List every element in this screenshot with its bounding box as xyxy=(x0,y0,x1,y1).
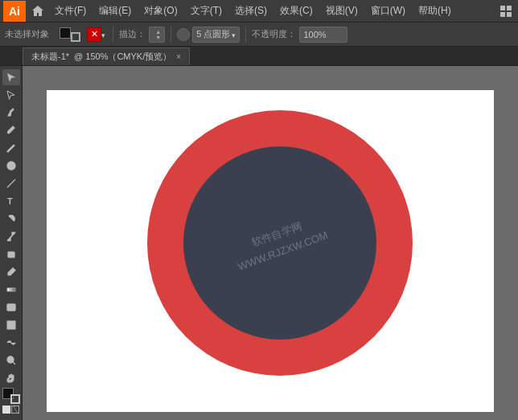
brush-size-icon xyxy=(177,28,190,41)
menu-file[interactable]: 文件(F) xyxy=(48,2,92,19)
opacity-input[interactable]: 100% xyxy=(299,27,347,43)
tool-brush[interactable] xyxy=(2,122,20,138)
menu-effect[interactable]: 效果(C) xyxy=(273,2,319,19)
points-chevron[interactable] xyxy=(232,30,236,39)
tool-hand[interactable] xyxy=(2,370,20,386)
opacity-label: 不透明度： xyxy=(252,28,296,40)
color-stroke-group[interactable] xyxy=(58,27,82,43)
workspace-icon[interactable] xyxy=(497,2,515,20)
menu-select[interactable]: 选择(S) xyxy=(228,2,273,19)
color-swatches[interactable] xyxy=(2,388,20,404)
toolbar: T xyxy=(0,66,23,420)
svg-line-6 xyxy=(7,179,15,187)
color-mode-btns: ╲ xyxy=(2,406,19,414)
tool-gradient[interactable] xyxy=(2,282,20,298)
tool-eyedropper[interactable] xyxy=(2,264,20,280)
tool-type[interactable]: T xyxy=(2,193,20,209)
menu-object[interactable]: 对象(O) xyxy=(138,2,183,19)
tab-close-button[interactable]: × xyxy=(176,52,181,61)
points-label: 5 点圆形 xyxy=(196,28,230,40)
tool-zoom[interactable] xyxy=(2,352,20,369)
tool-pencil[interactable] xyxy=(2,140,20,156)
svg-point-5 xyxy=(7,162,15,170)
tool-ellipse[interactable] xyxy=(2,158,20,174)
opacity-value: 100% xyxy=(303,30,326,39)
menu-bar: Ai 文件(F) 编辑(E) 对象(O) 文字(T) 选择(S) 效果(C) 视… xyxy=(0,0,518,23)
menu-view[interactable]: 视图(V) xyxy=(319,2,364,19)
stroke-indicator[interactable]: ✕ xyxy=(87,27,105,42)
svg-rect-14 xyxy=(7,304,15,311)
tool-scale[interactable] xyxy=(2,229,20,245)
svg-line-19 xyxy=(13,362,15,364)
svg-rect-13 xyxy=(7,288,15,291)
points-dropdown[interactable]: 5 点圆形 xyxy=(192,27,240,43)
tab-info: @ 150%（CMYK/预览） xyxy=(74,51,171,63)
tool-pen[interactable] xyxy=(2,105,20,121)
stroke-spinner[interactable]: ▲▼ xyxy=(154,29,161,40)
selection-label: 未选择对象 xyxy=(5,28,49,40)
menu-right xyxy=(494,2,515,20)
tool-colors: ╲ xyxy=(2,388,20,417)
stroke-dropdown[interactable]: ▲▼ xyxy=(149,27,165,43)
menu-window[interactable]: 窗口(W) xyxy=(364,2,412,19)
tool-rectangle[interactable] xyxy=(2,299,20,315)
stroke-none-icon: ✕ xyxy=(87,27,101,42)
svg-text:T: T xyxy=(7,196,13,206)
stroke-swatch[interactable] xyxy=(71,32,80,42)
stroke-dropdown-chevron[interactable] xyxy=(101,29,105,40)
separator-2 xyxy=(171,27,171,43)
tool-direct-select[interactable] xyxy=(2,87,20,103)
fill-swatch[interactable] xyxy=(60,27,71,39)
no-fill-btn[interactable]: ╲ xyxy=(11,406,19,414)
stroke-color[interactable] xyxy=(10,394,20,404)
separator-3 xyxy=(245,27,246,43)
white-fill-btn[interactable] xyxy=(2,406,10,414)
menu-type[interactable]: 文字(T) xyxy=(184,2,228,19)
home-icon[interactable] xyxy=(29,2,47,20)
tool-mesh[interactable] xyxy=(2,317,20,333)
artwork-container xyxy=(147,110,413,376)
main-area: T xyxy=(0,66,518,420)
inner-circle[interactable] xyxy=(183,146,376,340)
tab-bar: 未标题-1* @ 150%（CMYK/预览） × xyxy=(0,47,518,66)
svg-rect-2 xyxy=(500,12,505,17)
svg-rect-3 xyxy=(507,12,512,17)
ai-logo: Ai xyxy=(3,1,26,22)
document-tab[interactable]: 未标题-1* @ 150%（CMYK/预览） × xyxy=(23,47,190,65)
canvas-area[interactable]: 软件自学网 WWW.RJZXW.COM xyxy=(23,66,518,420)
separator-1 xyxy=(113,27,113,43)
tool-rotate[interactable] xyxy=(2,211,20,227)
tab-title: 未标题-1* xyxy=(31,51,69,63)
menu-edit[interactable]: 编辑(E) xyxy=(92,2,138,19)
control-bar: 未选择对象 ✕ 描边： ▲▼ 5 点圆形 不透明度： 100% xyxy=(0,23,518,47)
menu-help[interactable]: 帮助(H) xyxy=(412,2,458,19)
tool-line[interactable] xyxy=(2,175,20,191)
svg-point-4 xyxy=(10,110,11,112)
tool-eraser[interactable] xyxy=(2,246,20,262)
svg-rect-1 xyxy=(507,6,512,10)
menu-items: 文件(F) 编辑(E) 对象(O) 文字(T) 选择(S) 效果(C) 视图(V… xyxy=(48,2,458,19)
outer-circle[interactable] xyxy=(147,110,413,376)
svg-rect-0 xyxy=(500,6,505,10)
tool-select[interactable] xyxy=(2,69,20,85)
stroke-label: 描边： xyxy=(119,28,146,40)
tool-warp[interactable] xyxy=(2,335,20,351)
points-group: 5 点圆形 xyxy=(177,27,240,43)
